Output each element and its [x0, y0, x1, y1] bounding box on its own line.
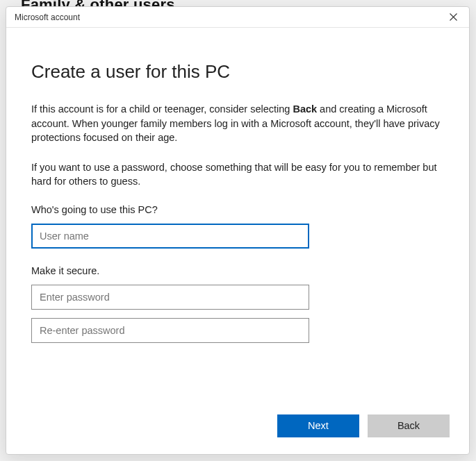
titlebar: Microsoft account [6, 7, 469, 28]
username-input[interactable] [31, 224, 309, 249]
dialog-footer: Next Back [6, 407, 469, 454]
back-button[interactable]: Back [368, 414, 450, 437]
password-input[interactable] [31, 285, 309, 310]
close-icon [450, 13, 457, 21]
page-title: Create a user for this PC [31, 61, 444, 83]
window-title: Microsoft account [15, 12, 443, 22]
account-dialog: Microsoft account Create a user for this… [6, 6, 470, 455]
close-button[interactable] [443, 9, 463, 26]
info-paragraph-2: If you want to use a password, choose so… [31, 160, 444, 189]
info-text-1a: If this account is for a child or teenag… [31, 103, 293, 115]
next-button[interactable]: Next [277, 414, 359, 437]
info-paragraph-1: If this account is for a child or teenag… [31, 102, 444, 145]
password-section-label: Make it secure. [31, 265, 444, 276]
back-word-bold: Back [293, 103, 317, 115]
confirm-password-input[interactable] [31, 318, 309, 343]
username-section-label: Who's going to use this PC? [31, 204, 444, 215]
dialog-content: Create a user for this PC If this accoun… [6, 28, 469, 407]
